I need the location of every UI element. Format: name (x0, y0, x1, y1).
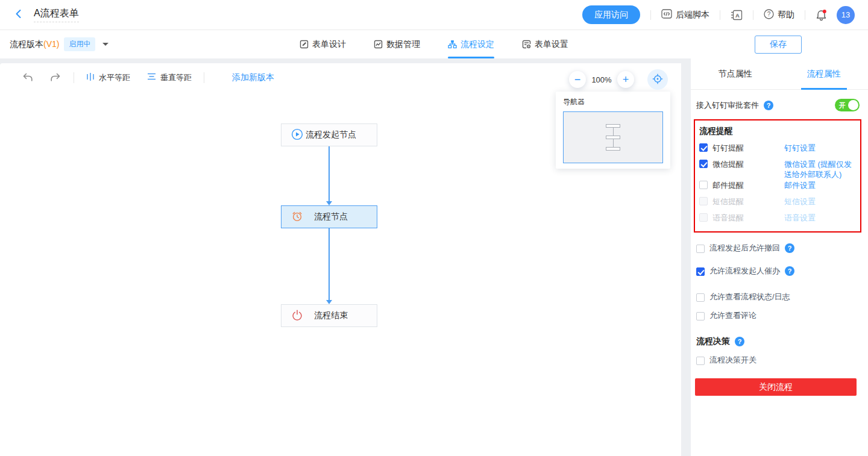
allow-withdraw-checkbox[interactable] (696, 245, 705, 253)
power-icon (291, 309, 303, 323)
horizontal-spacing-label: 水平等距 (99, 72, 130, 83)
tab-form-settings[interactable]: 表单设置 (522, 30, 568, 58)
help-button[interactable]: ? 帮助 (764, 9, 794, 21)
app-root: A流程表单 应用访问 后端脚本 A ? 帮助 (0, 0, 868, 456)
email-settings-link[interactable]: 邮件设置 (784, 180, 857, 190)
backend-script-button[interactable]: 后端脚本 (661, 9, 709, 20)
undo-icon[interactable] (22, 72, 34, 83)
divider (753, 10, 753, 20)
panel-body: 接入钉钉审批套件 ? 开 流程提醒 钉钉提醒 钉钉设置 (691, 99, 868, 396)
option-label: 允许查看流程状态/日志 (709, 292, 790, 302)
option-view-status-log: 允许查看流程状态/日志 (696, 292, 862, 302)
vertical-spacing-button[interactable]: 垂直等距 (147, 72, 192, 83)
version-label: 流程版本(V1) (10, 39, 59, 50)
zoom-level: 100% (586, 75, 617, 84)
toggle-on-label: 开 (839, 101, 846, 110)
flow-setting-icon (448, 40, 457, 49)
help-question-icon[interactable]: ? (785, 266, 794, 276)
chevron-down-icon[interactable] (102, 43, 108, 49)
horizontal-spacing-button[interactable]: 水平等距 (86, 72, 130, 83)
version-info: 流程版本(V1) 启用中 (10, 37, 108, 51)
option-view-comments: 允许查看评论 (696, 310, 862, 321)
question-circle-icon: ? (764, 9, 774, 21)
node-flow-start[interactable]: 流程发起节点 (281, 123, 377, 146)
divider (204, 72, 204, 83)
panel-tab-label: 节点属性 (719, 69, 752, 80)
option-label: 允许流程发起人催办 (709, 266, 780, 276)
email-reminder-checkbox[interactable] (699, 181, 708, 189)
avatar[interactable]: 13 (837, 6, 855, 24)
reminder-label: 邮件提醒 (712, 180, 784, 190)
version-bar: 流程版本(V1) 启用中 表单设计 数据管理 流程设定 (0, 30, 868, 58)
zoom-controls: − 100% + (569, 69, 668, 90)
decision-switch-checkbox[interactable] (696, 357, 705, 365)
divider (650, 10, 651, 20)
help-question-icon[interactable]: ? (785, 243, 794, 253)
sms-reminder-checkbox[interactable] (699, 197, 708, 205)
status-badge: 启用中 (64, 37, 95, 51)
option-label: 流程决策开关 (709, 355, 756, 366)
help-question-icon[interactable]: ? (735, 337, 744, 346)
node-flow-step[interactable]: 流程节点 (281, 205, 377, 228)
option-label: 流程发起后允许撤回 (709, 243, 780, 254)
redo-icon[interactable] (49, 72, 61, 83)
address-book-icon[interactable]: A (731, 10, 743, 20)
reminder-label: 短信提醒 (712, 196, 784, 207)
voice-reminder-checkbox[interactable] (699, 213, 708, 222)
reminder-row-voice: 语音提醒 语音设置 (699, 213, 857, 226)
close-flow-button[interactable]: 关闭流程 (695, 378, 857, 396)
node-flow-end[interactable]: 流程结束 (281, 304, 377, 327)
help-question-icon[interactable]: ? (764, 101, 773, 110)
wechat-reminder-checkbox[interactable] (699, 160, 708, 168)
save-button[interactable]: 保存 (755, 36, 802, 54)
sms-settings-link[interactable]: 短信设置 (784, 196, 857, 207)
reminder-label: 钉钉提醒 (712, 143, 784, 153)
reminder-section-highlight: 流程提醒 钉钉提醒 钉钉设置 微信提醒 微信设置 (提醒仅发送给外部联系人) 邮… (694, 119, 861, 233)
dingtalk-settings-link[interactable]: 钉钉设置 (784, 143, 857, 153)
view-comments-checkbox[interactable] (696, 312, 705, 320)
flow-canvas[interactable]: 水平等距 垂直等距 添加新版本 − 100% + (0, 63, 681, 456)
dingtalk-suite-toggle[interactable]: 开 (835, 99, 860, 111)
zoom-out-button[interactable]: − (569, 71, 586, 88)
top-header: A流程表单 应用访问 后端脚本 A ? 帮助 (0, 0, 868, 30)
node-label: 流程发起节点 (303, 130, 368, 140)
add-new-version-link[interactable]: 添加新版本 (232, 72, 274, 83)
wechat-settings-link[interactable]: 微信设置 (提醒仅发送给外部联系人) (784, 159, 857, 180)
app-access-button[interactable]: 应用访问 (582, 5, 640, 24)
navigator-panel: 导航器 (556, 92, 670, 169)
back-button[interactable] (13, 8, 24, 21)
page-title-wrap: A流程表单 (34, 7, 79, 22)
divider (805, 10, 805, 20)
tab-flow-properties[interactable]: 流程属性 (779, 58, 868, 89)
locate-center-button[interactable] (647, 69, 668, 90)
content-area: 水平等距 垂直等距 添加新版本 − 100% + (0, 58, 868, 456)
reminder-row-dingtalk: 钉钉提醒 钉钉设置 (699, 143, 857, 159)
tab-data-management[interactable]: 数据管理 (374, 30, 420, 58)
tab-label: 数据管理 (386, 39, 420, 50)
voice-settings-link[interactable]: 语音设置 (784, 213, 857, 223)
panel-tab-label: 流程属性 (807, 69, 841, 80)
allow-urge-checkbox[interactable] (696, 267, 705, 276)
dingtalk-suite-label: 接入钉钉审批套件 (696, 100, 759, 111)
tab-form-design[interactable]: 表单设计 (300, 30, 346, 58)
form-settings-icon (522, 40, 531, 49)
flow-edge (329, 146, 330, 201)
svg-text:A: A (735, 11, 740, 18)
dingtalk-reminder-checkbox[interactable] (699, 143, 708, 152)
notification-bell-icon[interactable] (816, 9, 827, 21)
tab-label: 流程设定 (461, 39, 494, 50)
reminder-row-sms: 短信提醒 短信设置 (699, 196, 857, 213)
node-label: 流程结束 (303, 310, 368, 321)
reminder-section-title: 流程提醒 (699, 126, 857, 137)
zoom-in-button[interactable]: + (617, 71, 634, 88)
tab-node-properties[interactable]: 节点属性 (691, 58, 779, 89)
divider (720, 10, 720, 20)
navigator-minimap[interactable] (563, 111, 663, 163)
alarm-clock-icon (291, 210, 303, 224)
option-allow-withdraw: 流程发起后允许撤回 ? (696, 243, 862, 254)
decision-section-title: 流程决策 (696, 336, 730, 347)
view-status-log-checkbox[interactable] (696, 293, 705, 302)
version-number: (V1) (43, 39, 59, 49)
tab-flow-setting[interactable]: 流程设定 (448, 30, 494, 58)
node-label: 流程节点 (303, 211, 368, 222)
